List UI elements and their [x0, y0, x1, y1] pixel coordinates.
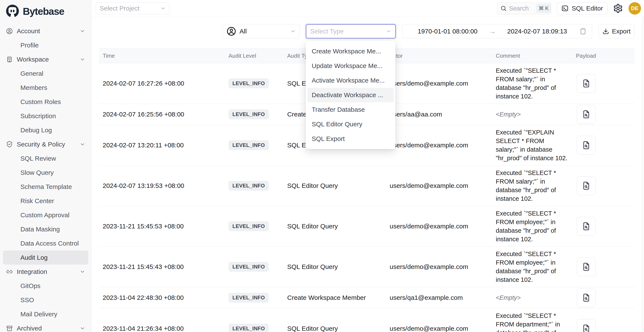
link-icon: [6, 268, 13, 275]
time-value: 2023-11-04 21:26:34 +08:00: [103, 325, 184, 332]
type-menu-item-sql-editor-query[interactable]: SQL Editor Query: [308, 117, 394, 132]
payload-view-button[interactable]: [577, 176, 596, 195]
actor-scope-value: All: [240, 28, 246, 35]
table-row[interactable]: 2023-11-21 15:45:43 +08:00 LEVEL_INFO SQ…: [99, 247, 634, 287]
search-input[interactable]: [509, 5, 534, 12]
sidebar-section-label: Integration: [17, 268, 47, 275]
chevron-down-icon[interactable]: [80, 28, 85, 34]
export-button[interactable]: Export: [598, 24, 634, 38]
file-search-icon: [582, 181, 590, 190]
sidebar-item-gitops[interactable]: GitOps: [3, 279, 88, 293]
audit-type-value: SQL Editor Query: [287, 325, 338, 332]
file-search-icon: [582, 324, 590, 332]
sql-editor-button[interactable]: SQL Editor: [557, 2, 608, 14]
type-menu-item-create-workspace-me[interactable]: Create Workspace Me...: [308, 44, 394, 59]
table-row[interactable]: 2024-02-07 13:19:53 +08:00 LEVEL_INFO SQ…: [99, 166, 634, 206]
type-menu-item-update-workspace-me[interactable]: Update Workspace Me...: [308, 59, 394, 73]
scrollbar-track[interactable]: [642, 17, 644, 332]
topbar: Select Project ⌘ K SQL Editor D: [92, 0, 644, 17]
chevron-down-icon: [290, 28, 296, 34]
sidebar-section-security-policy[interactable]: Security & Policy: [3, 137, 88, 152]
type-select[interactable]: Select Type: [306, 24, 396, 38]
sidebar-section-archived[interactable]: Archived: [3, 321, 88, 332]
actor-value: users/qa1@example.com: [390, 294, 463, 301]
sidebar-item-custom-approval[interactable]: Custom Approval: [3, 208, 88, 222]
date-range-picker[interactable]: 1970-01-01 08:00:00 → 2024-02-07 18:09:1…: [402, 24, 592, 38]
type-menu-item-deactivate-workspace[interactable]: Deactivate Workspace ...: [308, 88, 394, 102]
chevron-down-icon: [160, 5, 166, 11]
sidebar-item-audit-log[interactable]: Audit Log: [3, 251, 88, 265]
building-icon: [6, 56, 13, 63]
sidebar-item-members[interactable]: Members: [3, 81, 88, 95]
payload-view-button[interactable]: [577, 74, 596, 93]
sidebar: Bytebase Account Profile Workspace Gener…: [0, 0, 92, 332]
table-row[interactable]: 2023-11-04 21:26:34 +08:00 LEVEL_INFO SQ…: [99, 308, 634, 332]
audit-type-value: SQL Editor Query: [287, 182, 338, 189]
type-menu-item-sql-export[interactable]: SQL Export: [308, 132, 394, 146]
type-select-menu: Create Workspace Me...Update Workspace M…: [306, 41, 396, 149]
chevron-down-icon[interactable]: [80, 269, 85, 275]
sidebar-item-data-access-control[interactable]: Data Access Control: [3, 236, 88, 251]
sidebar-item-label: SSO: [20, 296, 34, 304]
date-to-value[interactable]: 2024-02-07 18:09:13: [497, 28, 577, 35]
column-header-time: Time: [99, 52, 224, 59]
archive-icon: [6, 325, 13, 332]
table-row[interactable]: 2023-11-21 15:45:53 +08:00 LEVEL_INFO SQ…: [99, 206, 634, 247]
payload-view-button[interactable]: [577, 319, 596, 332]
audit-level-badge: LEVEL_INFO: [228, 78, 269, 88]
sidebar-item-schema-template[interactable]: Schema Template: [3, 180, 88, 194]
file-search-icon: [582, 141, 590, 150]
payload-view-button[interactable]: [577, 105, 596, 124]
user-avatar[interactable]: DE: [628, 2, 641, 14]
sidebar-item-mail-delivery[interactable]: Mail Delivery: [3, 307, 88, 321]
table-row[interactable]: 2023-11-04 22:48:30 +08:00 LEVEL_INFO Cr…: [99, 287, 634, 308]
actor-value: users/demo@example.com: [390, 223, 468, 230]
actor-value: users/demo@example.com: [390, 263, 468, 270]
sql-editor-label: SQL Editor: [572, 5, 603, 12]
user-circle-icon: [226, 27, 236, 36]
sidebar-section-workspace[interactable]: Workspace: [3, 52, 88, 66]
terminal-icon: [561, 5, 568, 12]
brand-logo[interactable]: Bytebase: [0, 0, 91, 23]
sidebar-item-sql-review[interactable]: SQL Review: [3, 152, 88, 166]
sidebar-item-label: Subscription: [20, 112, 56, 120]
sidebar-item-debug-log[interactable]: Debug Log: [3, 123, 88, 137]
comment-value: Executed `"EXPLAIN SELECT * FROM salary;…: [496, 125, 576, 165]
sidebar-item-label: Custom Roles: [20, 98, 61, 106]
type-menu-item-activate-workspace-me[interactable]: Activate Workspace Me...: [308, 73, 394, 88]
sidebar-item-label: Risk Center: [20, 197, 54, 205]
payload-view-button[interactable]: [577, 288, 596, 307]
payload-view-button[interactable]: [577, 136, 596, 155]
payload-view-button[interactable]: [577, 257, 596, 276]
sidebar-section-account[interactable]: Account: [3, 24, 88, 38]
column-header-comment: Comment: [495, 52, 576, 59]
chevron-down-icon[interactable]: [80, 57, 85, 62]
project-select[interactable]: Select Project: [96, 2, 170, 14]
comment-value: Executed `"SELECT * FROM employee;"` in …: [496, 247, 576, 287]
sidebar-item-slow-query[interactable]: Slow Query: [3, 166, 88, 180]
sidebar-item-custom-roles[interactable]: Custom Roles: [3, 95, 88, 109]
search-box[interactable]: ⌘ K: [497, 2, 551, 14]
chevron-down-icon[interactable]: [80, 142, 85, 147]
actor-scope-select[interactable]: All: [222, 24, 300, 38]
settings-gear-button[interactable]: [613, 3, 623, 13]
date-from-value[interactable]: 1970-01-01 08:00:00: [408, 28, 488, 35]
comment-value: Executed `"SELECT * FROM salary;"` in da…: [496, 63, 576, 104]
file-search-icon: [582, 293, 590, 302]
sidebar-item-risk-center[interactable]: Risk Center: [3, 194, 88, 208]
payload-view-button[interactable]: [577, 217, 596, 236]
chevron-down-icon[interactable]: [80, 326, 85, 331]
sidebar-item-data-masking[interactable]: Data Masking: [3, 222, 88, 236]
column-header-audit-level: Audit Level: [224, 52, 282, 59]
sidebar-item-sso[interactable]: SSO: [3, 293, 88, 307]
actor-value: users/demo@example.com: [390, 142, 468, 149]
sidebar-item-general[interactable]: General: [3, 66, 88, 81]
topbar-right: ⌘ K SQL Editor DE: [497, 2, 641, 14]
type-menu-item-transfer-database[interactable]: Transfer Database: [308, 102, 394, 117]
sidebar-section-integration[interactable]: Integration: [3, 265, 88, 279]
sidebar-item-subscription[interactable]: Subscription: [3, 109, 88, 123]
bytebase-logo-icon: [5, 4, 20, 19]
time-value: 2023-11-21 15:45:53 +08:00: [103, 223, 184, 230]
sidebar-item-profile[interactable]: Profile: [3, 38, 88, 52]
search-shortcut-badge: ⌘ K: [536, 4, 551, 13]
